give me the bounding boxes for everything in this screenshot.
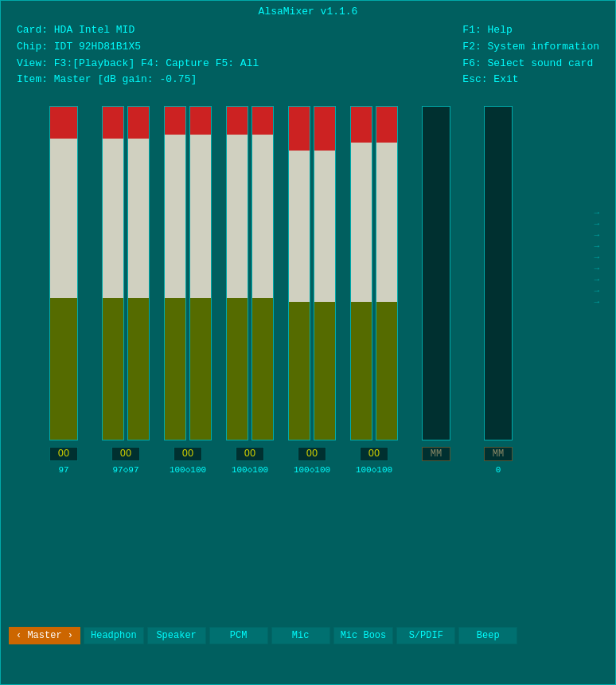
fader-bar[interactable] xyxy=(49,106,78,440)
arrow-3: → xyxy=(594,230,599,240)
fader-bar[interactable] xyxy=(189,106,212,440)
arrow-2: → xyxy=(594,219,599,229)
tab-item[interactable]: PCM xyxy=(209,627,268,644)
arrow-4: → xyxy=(594,241,599,251)
fader-label: OO xyxy=(236,447,264,461)
fader-bar-empty xyxy=(422,106,450,440)
vol-text: 97◇97 xyxy=(95,464,157,475)
channel-column: OO xyxy=(219,106,281,461)
fader-label: MM xyxy=(484,447,513,461)
shortcut-f2: F2: System information xyxy=(462,39,599,56)
view-info: View: F3:[Playback] F4: Capture F5: All xyxy=(17,56,259,72)
arrow-1: → xyxy=(594,208,599,217)
channel-column: MM xyxy=(467,106,529,461)
app-title: AlsaMixer v1.1.6 xyxy=(259,6,358,18)
channel-column: MM xyxy=(405,106,467,461)
fader-wrap xyxy=(288,106,336,440)
fader-label: OO xyxy=(49,447,78,461)
fader-wrap xyxy=(226,106,274,440)
shortcut-f1: F1: Help xyxy=(462,22,599,39)
fader-bar[interactable] xyxy=(164,106,186,440)
fader-bar[interactable] xyxy=(226,106,248,440)
fader-bar-empty xyxy=(484,106,513,440)
info-left: Card: HDA Intel MID Chip: IDT 92HD81B1X5… xyxy=(17,22,259,88)
tab-item[interactable]: S/PDIF xyxy=(396,627,455,644)
vol-text: 100◇100 xyxy=(281,464,343,475)
card-info: Card: HDA Intel MID xyxy=(17,22,259,39)
arrow-7: → xyxy=(594,275,599,284)
arrow-6: → xyxy=(594,264,599,273)
scroll-arrows-container: → → → → → → → → → xyxy=(594,208,599,307)
vol-text: 97 xyxy=(33,465,95,475)
fader-wrap xyxy=(49,106,78,440)
fader-label: OO xyxy=(173,447,202,461)
fader-label: OO xyxy=(111,447,140,461)
vol-text: 100◇100 xyxy=(157,464,219,475)
tab-item[interactable]: Mic Boos xyxy=(333,627,394,644)
tab-item[interactable]: Mic xyxy=(271,627,330,644)
fader-label: MM xyxy=(422,447,450,461)
channel-column: OO xyxy=(343,106,405,461)
title-bar: AlsaMixer v1.1.6 xyxy=(1,1,615,21)
fader-wrap xyxy=(350,106,398,440)
fader-bar[interactable] xyxy=(127,106,150,440)
vol-text: 100◇100 xyxy=(219,464,281,475)
channel-column: OO xyxy=(281,106,343,461)
vol-text: 100◇100 xyxy=(343,464,405,475)
vol-text: 0 xyxy=(467,465,529,475)
tab-item[interactable]: ‹ Master › xyxy=(9,627,80,644)
tab-item[interactable]: Headphon xyxy=(84,627,144,644)
shortcut-esc: Esc: Exit xyxy=(462,72,599,88)
chip-info: Chip: IDT 92HD81B1X5 xyxy=(17,39,259,56)
fader-bar[interactable] xyxy=(102,106,124,440)
channel-column: OO xyxy=(95,106,157,461)
fader-wrap xyxy=(164,106,212,440)
tab-item[interactable]: Speaker xyxy=(147,627,206,644)
fader-bar[interactable] xyxy=(288,106,310,440)
arrow-9: → xyxy=(594,297,599,307)
info-section: Card: HDA Intel MID Chip: IDT 92HD81B1X5… xyxy=(1,21,615,90)
arrow-5: → xyxy=(594,252,599,262)
app-container: AlsaMixer v1.1.6 Card: HDA Intel MID Chi… xyxy=(0,0,616,685)
fader-wrap-empty xyxy=(422,106,450,440)
info-right: F1: Help F2: System information F6: Sele… xyxy=(462,22,599,88)
tab-item[interactable]: Beep xyxy=(458,627,517,644)
fader-label: OO xyxy=(360,447,388,461)
item-info: Item: Master [dB gain: -0.75] xyxy=(17,72,259,88)
fader-wrap xyxy=(102,106,150,440)
fader-bar[interactable] xyxy=(350,106,372,440)
fader-bar[interactable] xyxy=(314,106,336,440)
shortcut-f6: F6: Select sound card xyxy=(462,56,599,72)
channel-column: OO xyxy=(33,106,95,461)
fader-wrap-empty xyxy=(484,106,513,440)
channel-column: OO xyxy=(157,106,219,461)
fader-bar[interactable] xyxy=(251,106,274,440)
fader-label: OO xyxy=(298,447,326,461)
arrow-8: → xyxy=(594,286,599,296)
fader-bar[interactable] xyxy=(376,106,398,440)
